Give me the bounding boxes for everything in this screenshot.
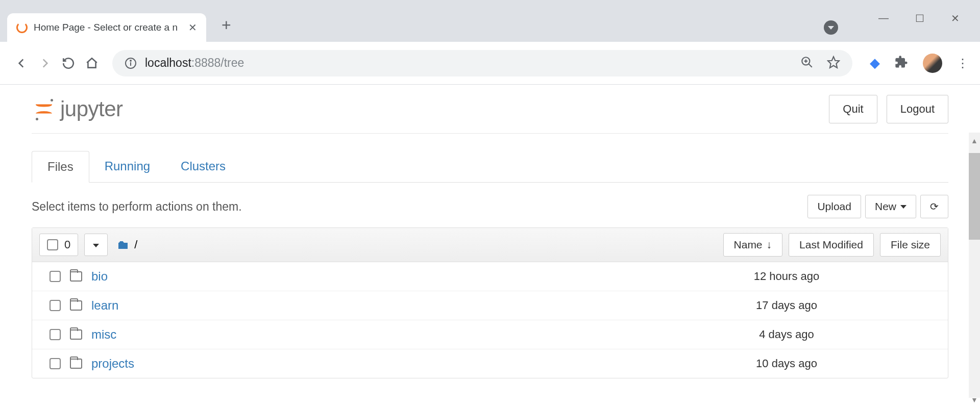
jupyter-logo-text: jupyter (60, 97, 123, 121)
file-list: 0 🖿 / Name↓ Last Modified File size bio … (32, 227, 948, 378)
browser-tab-strip: Home Page - Select or create a n ✕ + — ☐… (0, 0, 980, 42)
scrollbar-thumb[interactable] (969, 153, 980, 240)
extensions-area: ◆ ⋮ (870, 54, 969, 73)
scroll-up-icon[interactable]: ▲ (970, 137, 979, 146)
item-modified: 12 hours ago (725, 270, 848, 283)
svg-marker-7 (828, 57, 839, 68)
close-tab-icon[interactable]: ✕ (188, 21, 197, 34)
window-controls: — ☐ ✕ (878, 0, 980, 24)
folder-icon (70, 271, 82, 282)
svg-line-4 (808, 64, 812, 67)
tab-clusters[interactable]: Clusters (165, 151, 241, 182)
folder-icon (70, 329, 82, 340)
item-modified: 4 days ago (725, 328, 848, 341)
folder-icon: 🖿 (117, 238, 129, 252)
item-link[interactable]: projects (91, 356, 134, 371)
refresh-icon: ⟳ (930, 200, 939, 213)
sort-name-button[interactable]: Name↓ (723, 233, 783, 257)
item-link[interactable]: misc (91, 327, 116, 342)
quit-button[interactable]: Quit (829, 95, 877, 123)
file-list-header: 0 🖿 / Name↓ Last Modified File size (32, 228, 948, 262)
select-all-checkbox[interactable] (47, 239, 58, 250)
item-modified: 10 days ago (725, 357, 848, 370)
row-checkbox[interactable] (50, 358, 61, 369)
breadcrumb[interactable]: 🖿 / (117, 238, 137, 252)
item-link[interactable]: learn (91, 298, 118, 313)
upload-button[interactable]: Upload (807, 195, 861, 218)
zoom-icon[interactable] (800, 56, 814, 71)
tab-files[interactable]: Files (32, 151, 89, 183)
tab-running[interactable]: Running (89, 151, 165, 182)
svg-point-2 (130, 60, 131, 61)
file-row: learn 17 days ago (32, 291, 948, 320)
minimize-icon[interactable]: — (878, 12, 889, 24)
tab-title: Home Page - Select or create a n (34, 22, 178, 33)
home-button[interactable] (82, 53, 102, 73)
jupyter-header: jupyter Quit Logout (32, 85, 948, 134)
dashboard-tabs: Files Running Clusters (32, 151, 948, 183)
refresh-button[interactable]: ⟳ (920, 195, 948, 218)
select-all-control[interactable]: 0 (39, 234, 78, 256)
row-checkbox[interactable] (50, 271, 61, 282)
caret-down-icon (93, 244, 99, 247)
url-text: localhost:8888/tree (145, 56, 244, 70)
file-row: projects 10 days ago (32, 349, 948, 378)
browser-toolbar: localhost:8888/tree ◆ ⋮ (0, 42, 980, 85)
tab-overflow-button[interactable] (824, 20, 838, 35)
browser-tab[interactable]: Home Page - Select or create a n ✕ (7, 13, 206, 42)
browser-menu-icon[interactable]: ⋮ (957, 56, 969, 70)
address-bar[interactable]: localhost:8888/tree (112, 50, 852, 76)
select-menu-dropdown[interactable] (84, 234, 108, 256)
logout-button[interactable]: Logout (887, 95, 948, 123)
breadcrumb-root: / (134, 238, 137, 251)
site-info-icon[interactable] (125, 57, 137, 69)
sort-size-button[interactable]: File size (880, 233, 941, 257)
jupyter-logo[interactable]: jupyter (32, 97, 123, 121)
maximize-icon[interactable]: ☐ (915, 12, 924, 24)
profile-avatar[interactable] (923, 54, 942, 73)
extensions-puzzle-icon[interactable] (894, 55, 909, 71)
extension-icon[interactable]: ◆ (870, 55, 880, 71)
row-checkbox[interactable] (50, 300, 61, 311)
action-hint: Select items to perform actions on them. (32, 200, 242, 214)
item-modified: 17 days ago (725, 299, 848, 312)
back-button[interactable] (11, 53, 32, 73)
selected-count: 0 (64, 238, 70, 251)
sort-desc-icon: ↓ (767, 239, 772, 251)
row-checkbox[interactable] (50, 329, 61, 340)
sort-modified-button[interactable]: Last Modified (789, 233, 874, 257)
close-window-icon[interactable]: ✕ (951, 12, 960, 24)
new-tab-button[interactable]: + (222, 16, 231, 35)
bookmark-star-icon[interactable] (827, 56, 840, 71)
jupyter-logo-icon (32, 97, 56, 121)
caret-down-icon (900, 205, 906, 209)
new-dropdown-button[interactable]: New (865, 195, 916, 218)
file-row: misc 4 days ago (32, 320, 948, 349)
jupyter-favicon-icon (16, 22, 28, 33)
reload-button[interactable] (58, 53, 79, 73)
scroll-down-icon[interactable]: ▼ (970, 396, 979, 405)
folder-icon (70, 300, 82, 311)
item-link[interactable]: bio (91, 269, 108, 284)
folder-icon (70, 359, 82, 369)
forward-button[interactable] (35, 53, 55, 73)
file-row: bio 12 hours ago (32, 262, 948, 291)
